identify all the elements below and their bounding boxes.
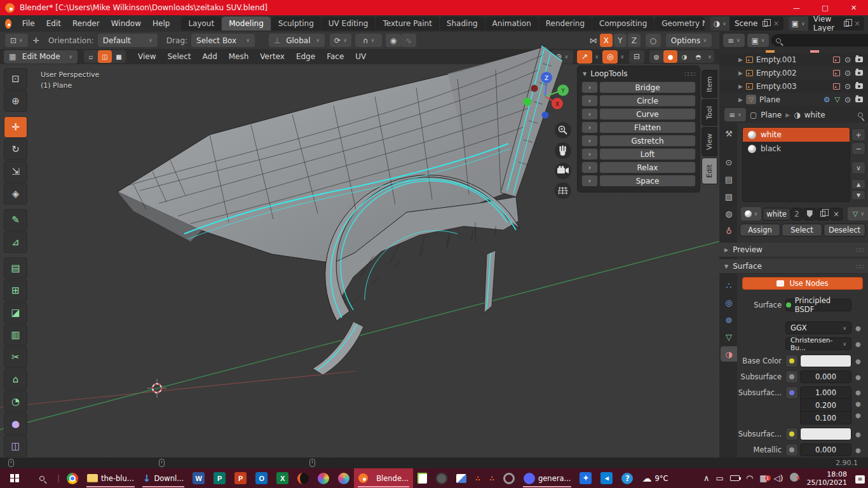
volume-tray-icon[interactable]: ◁) — [771, 473, 787, 483]
subsurface-value[interactable]: 0.000 — [800, 370, 851, 383]
close-button[interactable]: ✕ — [839, 0, 868, 15]
slot-move-down-icon[interactable]: ▼ — [851, 190, 865, 200]
start-button[interactable] — [0, 468, 29, 488]
output-tab-icon[interactable]: ▤ — [721, 172, 737, 187]
excel-icon[interactable]: X — [272, 468, 293, 488]
scene-selector[interactable]: ◑∨ Scene × — [710, 17, 783, 30]
decorator-dot[interactable]: ● — [855, 341, 861, 348]
assign-button[interactable]: Assign — [740, 224, 780, 236]
render-visibility-icon[interactable] — [855, 57, 863, 62]
poly-build-tool[interactable]: ⌂ — [4, 369, 27, 390]
users-count[interactable]: 2 — [791, 208, 803, 220]
slot-move-up-icon[interactable]: ▲ — [851, 179, 865, 189]
material-tab-icon[interactable]: ◑ — [721, 346, 737, 362]
radius-socket-icon[interactable] — [785, 386, 798, 399]
collapse-icon[interactable]: ▼ — [583, 71, 587, 77]
rotate-tool[interactable]: ↻ — [4, 139, 27, 160]
physics-tab-icon[interactable]: ◎ — [721, 295, 737, 310]
action-center-icon[interactable]: ≡ — [852, 473, 868, 484]
outliner-item-label[interactable]: Plane — [759, 95, 780, 104]
ring-app-icon[interactable] — [499, 468, 519, 488]
taskbar-search-button[interactable] — [29, 468, 55, 488]
weather-widget[interactable]: ☁9°C — [637, 468, 672, 488]
metallic-socket-icon[interactable] — [785, 444, 798, 456]
slot-specials-icon[interactable]: ∨ — [851, 161, 865, 174]
relax-button[interactable]: Relax — [599, 161, 696, 173]
breadcrumb-material[interactable]: white — [804, 111, 825, 119]
decorator-dot[interactable]: ● — [855, 412, 861, 419]
flatten-expand-icon[interactable]: › — [581, 121, 598, 133]
browse-material-icon[interactable]: ∨ — [741, 207, 761, 220]
scene-tab-icon[interactable]: ◍ — [721, 206, 737, 221]
radius-r-value[interactable]: 1.000 — [800, 386, 851, 399]
new-view-layer-icon[interactable] — [844, 21, 849, 27]
outliner-item-label[interactable]: Empty.001 — [756, 55, 797, 64]
palette-app-icon[interactable] — [313, 468, 334, 488]
calendar-tray-icon[interactable]: ▦1 — [756, 473, 770, 483]
select-box-tool[interactable]: ⊡ — [4, 68, 27, 90]
outliner-filter-mode-icon[interactable]: ▣∨ — [747, 34, 769, 47]
mesh-link-icon[interactable]: ▽∨ — [848, 207, 868, 220]
metallic-value[interactable]: 0.000 — [800, 444, 851, 456]
tray-expand-icon[interactable]: ∧ — [700, 473, 713, 483]
inset-faces-tool[interactable]: ⊞ — [4, 280, 27, 301]
expand-icon[interactable]: ▶ — [738, 97, 743, 103]
outliner-display-mode-icon[interactable]: ≡∨ — [723, 34, 745, 47]
shader-button[interactable]: Principled BSDF — [785, 299, 851, 311]
discord-button[interactable]: genera... — [519, 468, 575, 488]
render-tab-icon[interactable]: ⊙ — [721, 154, 737, 170]
minimize-button[interactable]: — — [782, 0, 811, 15]
properties-editor-type-icon[interactable]: ≡∨ — [724, 108, 746, 121]
constraints-tab-icon[interactable]: ⊚ — [721, 312, 737, 327]
help-icon[interactable]: ? — [617, 468, 637, 488]
base-color-swatch[interactable] — [800, 355, 851, 367]
photos-icon[interactable]: ✦ — [575, 468, 596, 488]
decorator-dot[interactable]: ● — [855, 447, 861, 454]
tablet-tray-icon[interactable]: ▭ — [713, 473, 727, 483]
use-nodes-button[interactable]: Use Nodes — [742, 277, 863, 290]
circle-expand-icon[interactable]: › — [581, 95, 598, 107]
gstretch-button[interactable]: Gstretch — [599, 135, 696, 147]
breadcrumb-object[interactable]: Plane — [761, 111, 782, 119]
pinwheel-app-icon[interactable] — [334, 468, 354, 488]
tool-tab-icon[interactable]: ⚒ — [721, 126, 737, 141]
hide-eye-icon[interactable]: ⊙ — [844, 83, 851, 90]
circle-button[interactable]: Circle — [599, 95, 696, 107]
unlink-scene-icon[interactable]: × — [773, 19, 779, 28]
render-visibility-icon[interactable] — [855, 70, 863, 76]
distribution-dropdown[interactable]: GGX∨ — [785, 322, 851, 334]
new-scene-icon[interactable] — [763, 21, 768, 27]
world-tab-icon[interactable]: ♁ — [721, 223, 737, 238]
hide-eye-icon[interactable]: ⊙ — [844, 96, 851, 104]
sss-method-dropdown[interactable]: Christensen-Bu...∨ — [785, 337, 851, 350]
scale-tool[interactable]: ⇲ — [4, 161, 27, 182]
move-tool[interactable]: ✛ — [4, 116, 27, 138]
dots-app-icon[interactable]: ∴ — [471, 468, 485, 488]
sidebar-tab-edit[interactable]: Edit — [702, 158, 717, 184]
spin-tool[interactable]: ◔ — [4, 391, 27, 412]
webcam-app-icon[interactable] — [431, 468, 452, 488]
downloads-window-button[interactable]: ↓Downl... — [139, 468, 188, 488]
word-icon[interactable]: W — [188, 468, 209, 488]
curve-button[interactable]: Curve — [599, 108, 696, 120]
gstretch-expand-icon[interactable]: › — [581, 135, 598, 147]
display-app-icon[interactable] — [452, 468, 471, 488]
material-name-field[interactable]: white — [763, 208, 790, 220]
expand-icon[interactable]: ▶ — [738, 83, 743, 90]
surface-panel-header[interactable]: ▼ Surface ∷∷ — [719, 259, 868, 274]
smooth-tool[interactable]: ● — [4, 413, 27, 435]
edge-slide-tool[interactable]: ◫ — [4, 435, 27, 457]
expand-icon[interactable]: ▶ — [738, 57, 743, 63]
loft-expand-icon[interactable]: › — [581, 148, 598, 160]
notepad-icon[interactable] — [413, 468, 431, 488]
powerpoint-icon[interactable]: P — [230, 468, 251, 488]
chrome-icon[interactable] — [62, 468, 83, 488]
bridge-button[interactable]: Bridge — [599, 81, 696, 93]
outliner-item-label[interactable]: Empty.003 — [756, 82, 797, 91]
particles-tab-icon[interactable]: ∴ — [721, 278, 737, 293]
panel-drag-handle[interactable]: ∷∷ — [856, 247, 863, 254]
sidebar-tab-tool[interactable]: Tool — [702, 99, 717, 126]
curve-expand-icon[interactable]: › — [581, 108, 598, 120]
preview-panel-header[interactable]: ▶ Preview ∷∷ — [719, 243, 868, 257]
folder-window-button[interactable]: the-blu... — [83, 468, 139, 488]
